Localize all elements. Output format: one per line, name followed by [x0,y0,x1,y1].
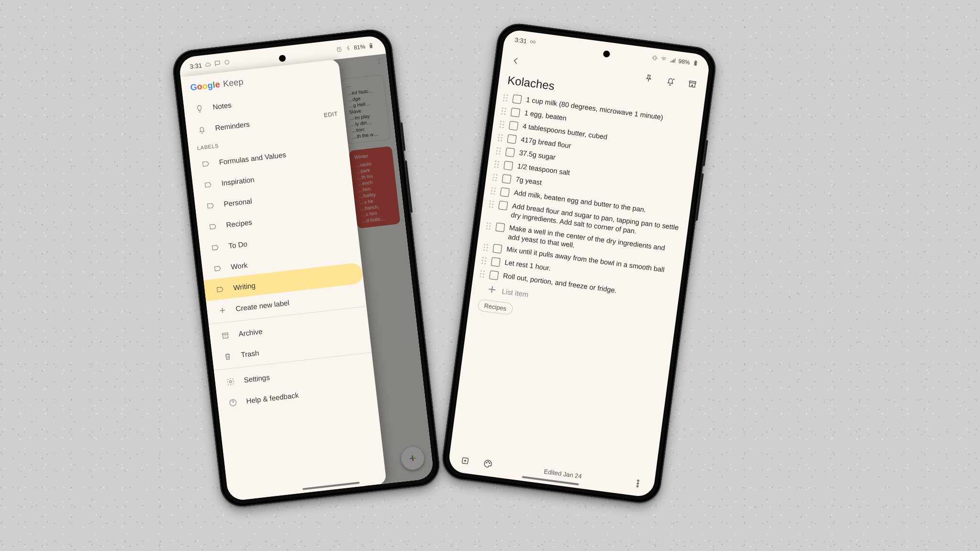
pin-button[interactable] [638,67,659,89]
alarm-icon [335,46,343,53]
svg-rect-13 [653,56,656,60]
svg-point-0 [225,60,229,64]
help-icon [226,397,240,407]
label-icon [208,242,223,252]
svg-rect-8 [222,333,228,335]
status-time: 3:31 [189,62,202,70]
svg-point-22 [637,480,639,482]
drag-handle-icon[interactable] [494,147,502,155]
reminder-button[interactable] [660,70,681,92]
checkbox[interactable] [489,270,499,280]
status-time: 3:31 [514,36,527,45]
label-icon [206,221,220,231]
checkbox[interactable] [503,161,513,170]
drag-handle-icon[interactable] [492,160,501,169]
trash-icon [221,351,235,361]
drag-handle-icon[interactable] [489,187,497,195]
archive-icon [218,330,233,340]
svg-point-9 [229,380,232,382]
status-icon-cloud [204,61,212,68]
checkbox[interactable] [509,121,518,131]
checkbox[interactable] [495,222,505,232]
checkbox[interactable] [507,134,517,144]
svg-point-21 [489,463,490,464]
svg-point-11 [530,40,533,43]
svg-point-5 [378,58,379,60]
lightbulb-icon [192,103,207,113]
back-button[interactable] [505,50,527,72]
svg-point-7 [379,63,380,64]
palette-button[interactable] [477,453,499,474]
background-note-2: Winter …races …park …th his …ench …him. … [349,146,401,228]
svg-point-20 [488,461,489,462]
svg-rect-3 [370,45,372,48]
checkbox[interactable] [498,201,508,210]
drag-handle-icon[interactable] [478,270,486,278]
checkbox[interactable] [491,258,501,267]
label-icon [201,179,215,190]
checkbox[interactable] [512,94,522,104]
drag-handle-icon[interactable] [498,120,506,128]
background-note-1: … …ed Nutc… …dge …g Hell… Slave …es play… [341,74,391,144]
overflow-button[interactable] [627,473,649,495]
google-logo: Google [190,79,221,93]
status-battery: 81% [354,43,366,51]
label-icon [213,284,227,294]
label-chip-recipes[interactable]: Recipes [477,299,513,315]
bell-icon [195,124,209,135]
wifi-icon [660,56,668,63]
svg-point-6 [379,61,380,62]
status-icon-message [214,59,221,67]
label-icon [203,200,218,211]
battery-icon [692,59,700,67]
keep-wordmark: Keep [223,77,244,89]
checkbox[interactable] [511,108,520,117]
add-button[interactable] [455,450,476,472]
drag-handle-icon[interactable] [481,244,490,252]
checkbox[interactable] [500,187,510,197]
drag-handle-icon[interactable] [487,200,496,208]
overflow-icon[interactable] [375,57,383,66]
drag-handle-icon[interactable] [499,107,508,115]
battery-icon [368,42,375,49]
checklist: 1 cup milk (80 degrees, microwave 1 minu… [473,90,702,306]
checkbox[interactable] [492,244,502,254]
drag-handle-icon[interactable] [484,222,493,230]
svg-point-19 [486,462,487,463]
archive-button[interactable] [681,73,703,95]
svg-point-12 [533,41,535,43]
svg-point-23 [637,483,638,484]
plus-icon [487,285,497,294]
status-icon-app [529,38,537,46]
label-icon [211,263,225,273]
new-note-fab[interactable] [400,446,425,471]
vibrate-icon [651,54,658,62]
signal-icon [669,56,677,64]
gear-icon [223,376,238,386]
svg-point-24 [637,485,638,487]
edit-labels[interactable]: EDIT [323,111,338,119]
status-icon-app [223,58,231,66]
plus-icon [215,304,230,315]
phone-left-screen: 3:31 81% … …ed Nutc… …dge …g Hell… Slave… [178,35,434,502]
drag-handle-icon[interactable] [501,94,510,102]
checkbox[interactable] [505,147,515,157]
svg-rect-17 [690,81,696,83]
drag-handle-icon[interactable] [479,257,488,265]
label-icon [199,158,213,169]
status-battery: 98% [678,58,690,66]
drag-handle-icon[interactable] [490,173,499,181]
bluetooth-icon [345,45,352,52]
checkbox[interactable] [502,174,512,184]
drag-handle-icon[interactable] [496,134,504,142]
